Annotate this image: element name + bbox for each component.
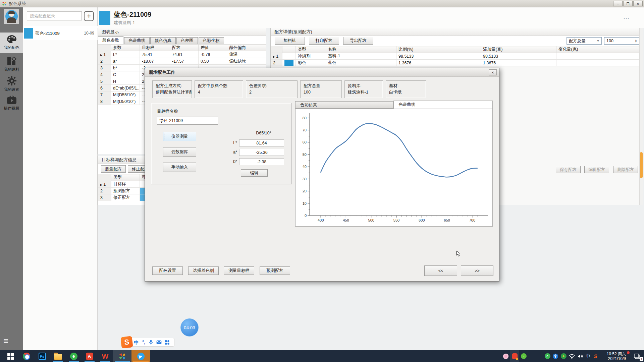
formula-button-2[interactable]: 打印配方 [309, 37, 339, 45]
taskbar-photoshop[interactable]: Ps [34, 350, 50, 362]
tray-wechat[interactable]: ·· [520, 350, 528, 362]
vertical-scrollbar[interactable] [639, 28, 643, 205]
sidebar-item-4[interactable]: 操作视频 [0, 93, 23, 114]
dingtalk-icon [137, 353, 145, 360]
taskbar-red-a-app[interactable]: A [82, 350, 97, 362]
dialog-bottom-3[interactable]: 测量目标样 [224, 266, 254, 275]
formula-total-dropdown[interactable]: 配方总量▼ [567, 37, 602, 45]
dialog-bottom-4[interactable]: 预测配方 [260, 266, 290, 275]
table-row[interactable]: ▶1冲淡剂基料-198.513398.5133 [271, 53, 639, 60]
menu-hamburger-icon[interactable]: ≡ [3, 338, 8, 344]
lab-value-a*[interactable]: -25.36 [239, 149, 284, 156]
formula-button-1[interactable]: 加料机 [275, 37, 305, 45]
sidebar-item-1[interactable]: 我的配色 [0, 33, 23, 53]
column-header [98, 174, 111, 181]
ime-punctuation-icon[interactable]: °, [142, 340, 146, 345]
ime-language-icon[interactable]: 中 [134, 340, 139, 345]
lab-value-b*[interactable]: -2.38 [239, 158, 284, 165]
screen-record-timer[interactable]: 04:03 [180, 318, 199, 337]
avatar[interactable] [4, 9, 19, 24]
dialog-close-button[interactable]: ✕ [489, 69, 497, 75]
dialog-bottom-1[interactable]: 配色设置 [152, 266, 183, 275]
taskbar-clock[interactable]: 10:52 周六 2021/10/9 [602, 350, 626, 362]
tray-volume[interactable] [576, 350, 584, 362]
dialog-action-2[interactable]: 云数据库 [163, 147, 196, 157]
microphone-icon[interactable] [149, 340, 153, 345]
info-value: 4 [198, 89, 240, 96]
formula-total-spinner[interactable]: 100 ▲▼ [604, 37, 639, 45]
lab-value-L*[interactable]: 81.64 [239, 139, 284, 146]
tray-antivirus[interactable]: + [559, 350, 568, 362]
lab-label-b*: b* [230, 159, 237, 164]
edit-button[interactable]: 编辑 [241, 169, 268, 177]
record-list-item[interactable]: 蓝色-211009 10-09 [23, 26, 98, 40]
sample-name-input[interactable] [157, 117, 218, 125]
dialog-info-box-6: 基材:白卡纸 [386, 80, 426, 98]
dialog-title: 新增配色工作 [149, 69, 175, 75]
tab-色彩坐标[interactable]: 色彩坐标 [199, 37, 224, 44]
clock-date: 2021/10/9 [602, 356, 626, 361]
taskbar-360browser[interactable]: e [66, 350, 82, 362]
tray-wifi[interactable] [568, 350, 576, 362]
toolbox-grid-icon[interactable] [165, 340, 169, 345]
tray-bluetooth[interactable] [552, 350, 559, 362]
tab-色差图[interactable]: 色差图 [176, 37, 198, 44]
minimize-button[interactable]: – [613, 1, 623, 6]
dialog-action-1[interactable]: 仪器测量 [163, 132, 196, 141]
red-a-app-icon: A [86, 353, 93, 360]
formula-side-button-2[interactable]: 编辑配方 [584, 166, 609, 173]
table-row[interactable]: 2彩色蓝色1.36761.3676 [271, 60, 639, 66]
sample-button-1[interactable]: 测量配方 [101, 165, 126, 173]
formula-panel-title: 配方详情(预测配方) [271, 28, 639, 36]
add-record-button[interactable]: + [84, 11, 94, 21]
formula-side-button-3[interactable]: 删除配方 [613, 166, 638, 173]
sidebar-item-2[interactable]: 我的原料 [0, 54, 23, 75]
column-header: 目标样 [140, 45, 170, 51]
info-label: 配方中原料个数: [198, 83, 240, 89]
tab-颜色参数[interactable]: 颜色参数 [98, 36, 123, 44]
materials-icon [7, 61, 16, 66]
info-value: 建筑涂料-1 [348, 89, 380, 96]
tray-360[interactable]: e [543, 350, 551, 362]
scrollbar-thumb[interactable] [640, 152, 643, 178]
prev-button[interactable]: << [424, 265, 457, 276]
next-button[interactable]: >> [461, 265, 493, 276]
illuminant-label: D65/10° [252, 131, 275, 135]
tray-red-app[interactable] [510, 350, 519, 362]
close-button[interactable]: ✕ [633, 1, 643, 6]
svg-text:600: 600 [419, 218, 425, 222]
formula-button-3[interactable]: 导出配方 [343, 37, 373, 45]
tab-spectral-curve[interactable]: 光谱曲线 [393, 101, 493, 109]
taskbar-dingtalk[interactable] [131, 350, 150, 362]
tray-ime-zh[interactable]: 中 [584, 350, 592, 362]
tray-flower-app[interactable] [502, 350, 510, 362]
tab-color-simulation[interactable]: 色彩仿真 [295, 101, 393, 109]
dialog-action-3[interactable]: 手动输入 [163, 163, 196, 172]
taskbar-explorer[interactable] [50, 350, 66, 362]
taskbar-chrome[interactable] [18, 350, 34, 362]
maximize-button[interactable]: ❐ [623, 1, 633, 6]
search-input[interactable] [27, 11, 82, 20]
sogou-logo-icon[interactable]: S [120, 336, 133, 348]
info-label: 配方总量 [304, 83, 338, 89]
action-center[interactable]: 1 [632, 350, 642, 362]
tab-颜色仿真[interactable]: 颜色仿真 [150, 37, 176, 44]
content-header: 蓝色-211009 建筑涂料-1 ⋯ [98, 7, 644, 28]
formula-side-button-1[interactable]: 保存配方 [556, 166, 581, 173]
tray-sogou[interactable]: S [592, 350, 600, 362]
table-row[interactable]: ▶1L*75.4174.61-0.79偏深 [98, 51, 266, 58]
sidebar-item-label: 我的配色 [0, 45, 23, 50]
start-button[interactable] [3, 350, 18, 362]
sidebar-item-3[interactable]: 我的设置 [0, 74, 23, 95]
info-label: 原料库: [348, 83, 380, 89]
palette-icon [7, 39, 17, 45]
taskbar-color-app-active[interactable] [113, 350, 131, 362]
dialog-bottom-2[interactable]: 选择着色剂 [188, 266, 219, 275]
folder-icon [54, 354, 62, 360]
keyboard-icon[interactable] [156, 340, 162, 344]
tab-光谱曲线[interactable]: 光谱曲线 [124, 37, 150, 44]
more-menu-icon[interactable]: ⋯ [623, 15, 630, 22]
app-logo-icon [2, 1, 7, 6]
table-row[interactable]: 2a*-18.07-17.570.50偏红缺绿 [98, 58, 266, 65]
taskbar-wps[interactable]: W [97, 350, 113, 362]
